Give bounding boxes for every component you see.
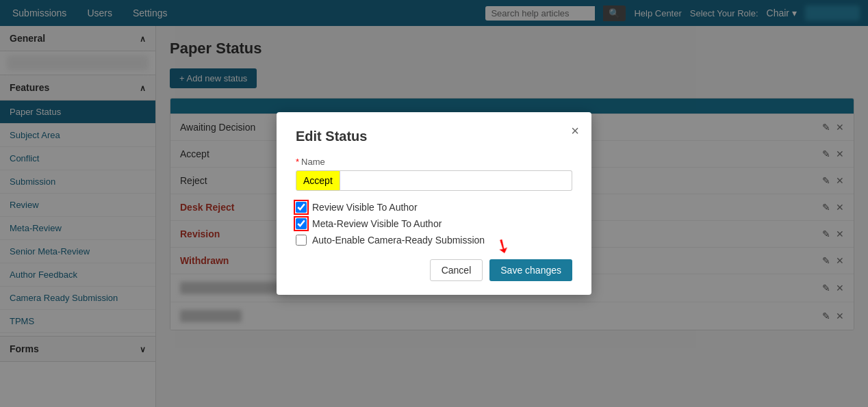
name-highlight-value: Accept	[296, 170, 340, 191]
review-visible-label: Review Visible To Author	[312, 202, 418, 213]
name-label: *Name	[296, 157, 572, 167]
meta-review-visible-label: Meta-Review Visible To Author	[312, 218, 442, 229]
meta-review-visible-checkbox[interactable]	[296, 218, 307, 229]
review-visible-checkbox[interactable]	[296, 202, 307, 213]
modal-close-button[interactable]: ×	[571, 123, 579, 139]
auto-enable-label: Auto-Enable Camera-Ready Submission	[312, 235, 485, 246]
modal-overlay: Edit Status × *Name Accept Review Visibl…	[0, 0, 868, 407]
meta-review-visible-checkbox-row: Meta-Review Visible To Author	[296, 218, 572, 229]
cancel-button[interactable]: Cancel	[430, 259, 483, 281]
name-text-input[interactable]	[340, 170, 572, 191]
review-visible-checkbox-row: Review Visible To Author	[296, 202, 572, 213]
modal-title: Edit Status	[296, 129, 572, 144]
auto-enable-checkbox-row: Auto-Enable Camera-Ready Submission	[296, 235, 572, 246]
auto-enable-checkbox[interactable]	[296, 235, 307, 246]
save-changes-button[interactable]: Save changes	[489, 259, 572, 281]
modal-footer: ➘ Cancel Save changes	[296, 259, 572, 281]
checkbox-group: Review Visible To Author Meta-Review Vis…	[296, 202, 572, 246]
edit-status-modal: Edit Status × *Name Accept Review Visibl…	[277, 112, 591, 295]
